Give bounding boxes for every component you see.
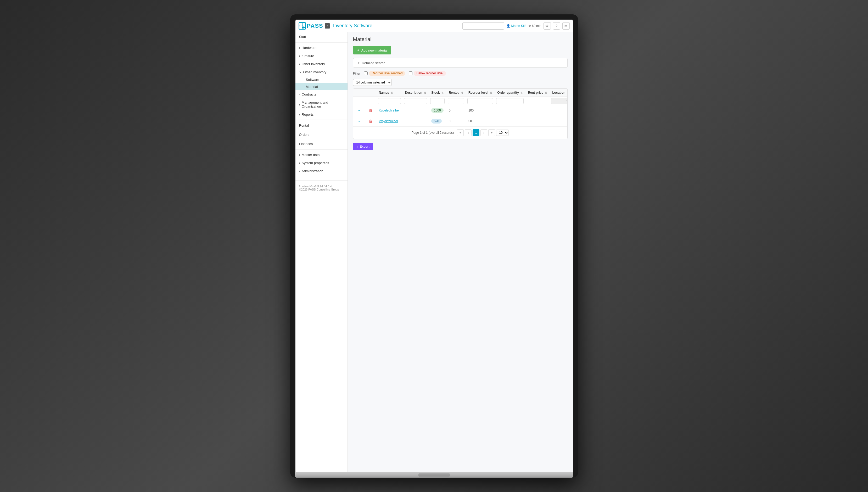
filter-rented-input[interactable] (448, 98, 464, 104)
sidebar-item-carpool[interactable]: › Other inventory (295, 60, 348, 68)
plus-icon: ＋ (357, 60, 360, 65)
sort-order-qty-icon: ⇅ (520, 91, 523, 94)
th-order-quantity[interactable]: Order quantity ⇅ (495, 89, 525, 97)
sidebar: Start › Hardware › furniture › Other inv… (295, 32, 348, 472)
chevron-right-icon: › (299, 153, 300, 157)
sidebar-item-material[interactable]: Material (295, 83, 348, 90)
th-actions-1 (353, 89, 365, 97)
filter-names-input[interactable] (378, 98, 401, 104)
pagination-row: Page 1 of 1 (overall 2 records) « ‹ 1 › … (353, 127, 567, 139)
sidebar-item-master-data[interactable]: › Master data (295, 151, 348, 159)
page-next-button[interactable]: › (480, 129, 487, 136)
row2-reorder-level: 50 (466, 116, 495, 127)
sidebar-item-administration[interactable]: › Administration (295, 167, 348, 175)
sidebar-item-finances[interactable]: Finances (295, 139, 348, 148)
th-rent-price[interactable]: Rent price ⇅ (525, 89, 549, 97)
th-location[interactable]: Location ⇅ (549, 89, 567, 97)
filter-location-select[interactable] (551, 98, 567, 104)
main-content: Material ＋ Add new material ＋ Detailed s… (348, 32, 573, 472)
columns-select-row: 14 columns selected (353, 79, 568, 86)
svg-rect-3 (299, 26, 302, 29)
page-first-button[interactable]: « (457, 129, 464, 136)
pass-logo: PASS (299, 22, 323, 30)
help-button[interactable]: ? (553, 22, 560, 30)
svg-rect-7 (304, 28, 305, 29)
plus-icon: ＋ (357, 48, 360, 53)
page-size-select[interactable]: 10 25 50 (496, 129, 509, 136)
row2-rented: 0 (446, 116, 466, 127)
footer-copyright: ©2023 PASS Consulting Group (299, 188, 344, 191)
delete-button-1[interactable]: 🗑 (367, 107, 374, 114)
export-button[interactable]: ↑ Export (353, 143, 373, 150)
columns-selector[interactable]: 14 columns selected (353, 79, 392, 86)
chevron-right-icon: › (299, 54, 300, 58)
sidebar-item-orders[interactable]: Orders (295, 130, 348, 139)
svg-rect-4 (302, 26, 303, 27)
filter-inputs-row (353, 97, 568, 105)
sidebar-item-hardware[interactable]: › Hardware (295, 44, 348, 52)
svg-rect-2 (302, 23, 305, 26)
sidebar-item-other-inventory[interactable]: ∨ Other inventory (295, 68, 348, 76)
sidebar-item-rental[interactable]: Rental (295, 121, 348, 130)
goto-button-1[interactable]: → (356, 107, 362, 114)
sidebar-item-contracts[interactable]: › Contracts (295, 90, 348, 98)
sidebar-item-management[interactable]: › Management and Organization (295, 98, 348, 110)
stock-badge-2: 520 (431, 119, 442, 124)
sidebar-item-software[interactable]: Software (295, 76, 348, 83)
goto-button-2[interactable]: → (356, 118, 362, 124)
filter-below-reorder-checkbox[interactable] (409, 71, 413, 75)
sidebar-item-reports[interactable]: › Reports (295, 110, 348, 119)
sort-rented-icon: ⇅ (461, 91, 463, 94)
th-rented[interactable]: Rented ⇅ (446, 89, 466, 97)
trackpad (418, 473, 450, 476)
th-actions-2 (365, 89, 376, 97)
topbar-right: 👤 Maren Stift ↻ 60 min ⚙ ? ✉ (463, 22, 569, 30)
sidebar-item-system-properties[interactable]: › System properties (295, 159, 348, 167)
sort-names-icon: ⇅ (391, 91, 393, 94)
chevron-right-icon: › (299, 92, 300, 96)
row1-reorder-level: 100 (466, 105, 495, 116)
page-last-button[interactable]: » (488, 129, 495, 136)
th-reorder-level[interactable]: Reorder level ⇅ (466, 89, 495, 97)
table-row: → 🗑 Projektbücher 520 (353, 116, 568, 127)
filter-reorder-reached-checkbox[interactable] (364, 71, 368, 75)
delete-button-2[interactable]: 🗑 (367, 118, 374, 124)
chevron-right-icon: › (299, 46, 300, 50)
th-names[interactable]: Names ⇅ (376, 89, 402, 97)
sidebar-item-furniture[interactable]: › furniture (295, 52, 348, 60)
row2-name[interactable]: Projektbücher (379, 119, 398, 123)
sort-location-icon: ⇅ (567, 91, 568, 94)
row1-location (549, 105, 567, 116)
th-description[interactable]: Description ⇅ (402, 89, 429, 97)
filter-reorder-reached-badge: Reorder level reached (369, 71, 405, 76)
sort-reorder-icon: ⇅ (490, 91, 492, 94)
svg-rect-5 (304, 26, 305, 27)
filter-row: Filter Reorder level reached Below reord… (353, 71, 568, 76)
logo-area: PASS « (299, 22, 330, 30)
filter-below-reorder[interactable]: Below reorder level (409, 71, 446, 76)
footer-version: frontend © ~8.5.24 / 4.3.4 (299, 185, 344, 188)
settings-button[interactable]: ⚙ (544, 22, 551, 30)
add-material-button[interactable]: ＋ Add new material (353, 46, 391, 54)
filter-below-reorder-badge: Below reorder level (414, 71, 446, 76)
detailed-search-bar[interactable]: ＋ Detailed search (353, 58, 568, 68)
user-link[interactable]: 👤 Maren Stift (506, 24, 526, 28)
th-stock[interactable]: Stock ⇅ (429, 89, 446, 97)
row1-rented: 0 (446, 105, 466, 116)
sidebar-collapse-button[interactable]: « (325, 23, 330, 28)
filter-stock-input[interactable] (430, 98, 445, 104)
row1-name[interactable]: Kugelschreiber (379, 108, 400, 112)
row1-description (402, 105, 429, 116)
filter-description-input[interactable] (404, 98, 427, 104)
page-1-button[interactable]: 1 (473, 129, 479, 136)
global-search-input[interactable] (463, 22, 504, 30)
filter-reorder-reached[interactable]: Reorder level reached (364, 71, 405, 76)
sidebar-item-start[interactable]: Start (295, 32, 348, 41)
chevron-right-icon: › (299, 113, 300, 117)
timer-button[interactable]: ↻ 60 min (528, 24, 541, 28)
filter-order-qty-input[interactable] (496, 98, 524, 104)
filter-reorder-input[interactable] (467, 98, 493, 104)
pass-logo-text: PASS (307, 23, 323, 29)
page-prev-button[interactable]: ‹ (465, 129, 472, 136)
mail-button[interactable]: ✉ (562, 22, 570, 30)
